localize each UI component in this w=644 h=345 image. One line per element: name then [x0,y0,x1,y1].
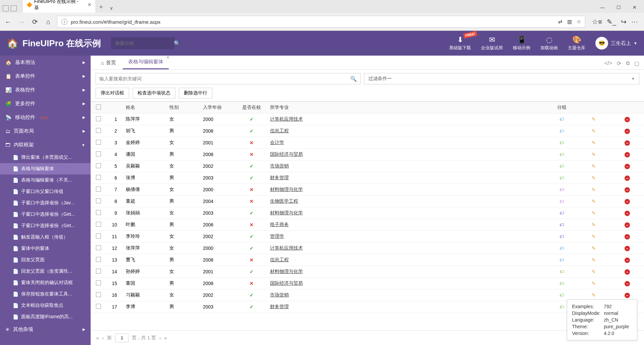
pager-prev[interactable]: ‹ [102,335,104,341]
edit-icon[interactable]: ✎ [592,257,596,263]
sidebar-item[interactable]: 📡 移动控件 Corp ▶ [0,111,91,124]
delete-icon[interactable]: – [625,164,630,169]
sidebar-subitem[interactable]: 📄回发父页面 [0,254,91,266]
sidebar-subitem[interactable]: 📄面板高度随IFrame的高... [0,311,91,323]
tag-icon[interactable]: 🏷 [559,257,564,263]
row-checkbox[interactable] [96,116,101,121]
edit-icon[interactable]: ✎ [592,281,596,286]
refresh-icon[interactable]: ⟳ [617,60,621,67]
delete-icon[interactable]: – [625,234,630,239]
tag-icon[interactable]: 🏷 [559,187,564,192]
tag-icon[interactable]: 🏷 [559,234,564,239]
major-link[interactable]: 信息工程 [270,257,289,262]
btn-check-status[interactable]: 检查选中项状态 [132,88,175,98]
major-link[interactable]: 市场营销 [270,292,289,297]
edit-icon[interactable]: ✎ [592,163,596,169]
tag-icon[interactable]: 🏷 [559,210,564,216]
major-link[interactable]: 计算机应用技术 [270,245,303,251]
nav-loading[interactable]: ◌ 加载动画 [540,36,558,51]
major-link[interactable]: 财务管理 [270,304,289,309]
tag-icon[interactable]: 🏷 [559,246,564,251]
tag-icon[interactable]: 🏷 [559,163,564,169]
sidebar-subitem[interactable]: 📄触发器输入框（传值） [0,231,91,243]
tag-icon[interactable]: 🏷 [559,222,564,227]
brand[interactable]: 🏠 FineUIPro 在线示例 [7,38,101,49]
col-gender[interactable]: 性别 [166,102,200,114]
btn-delete-selected[interactable]: 删除选中行 [179,88,212,98]
table-row[interactable]: 13 曹飞 男 2008 ✕ 信息工程 🏷 ✎ – [91,254,644,266]
close-window-button[interactable]: ✕ [627,2,643,13]
btn-popup[interactable]: 弹出对话框 [96,88,129,98]
major-link[interactable]: 财务管理 [270,175,289,180]
delete-icon[interactable]: – [625,187,630,193]
row-checkbox[interactable] [96,304,101,309]
maximize-icon[interactable]: ▢ [634,60,639,67]
more-icon[interactable]: ⋯ [631,18,638,26]
major-link[interactable]: 国际经济与贸易 [270,280,303,286]
delete-icon[interactable]: – [625,258,630,263]
edit-icon[interactable]: ✎ [592,152,596,157]
table-row[interactable]: 16 习颖颖 女 2002 ✓ 市场营销 🏷 ✎ – [91,289,644,301]
refresh-button[interactable]: ⟳ [30,17,40,26]
search-icon[interactable]: 🔍 [174,40,180,47]
tag-icon[interactable]: 🏷 [559,152,564,157]
row-checkbox[interactable] [96,257,101,262]
close-icon[interactable]: ✕ [166,55,169,60]
table-row[interactable]: 4 潘国 男 2008 ✕ 国际经济与贸易 🏷 ✎ – [91,149,644,160]
code-icon[interactable]: </> [604,60,612,67]
table-row[interactable]: 5 吴颖颖 女 2002 ✓ 市场营销 🏷 ✎ – [91,160,644,172]
row-checkbox[interactable] [96,198,101,203]
table-row[interactable]: 12 张萍萍 女 2000 ✓ 计算机应用技术 🏷 ✎ – [91,243,644,254]
minimize-button[interactable]: — [594,2,610,13]
pager-page-input[interactable] [115,334,128,342]
delete-icon[interactable]: – [625,176,630,181]
col-name[interactable]: 姓名 [122,102,166,114]
row-checkbox[interactable] [96,128,101,133]
edit-icon[interactable]: ✎ [592,269,596,274]
close-icon[interactable]: ✕ [88,2,92,7]
major-link[interactable]: 材料物理与化学 [270,187,303,192]
delete-icon[interactable]: – [625,199,630,204]
tag-icon[interactable]: 🏷 [559,269,564,274]
tab-home[interactable]: ⌂ 首页 [96,56,121,69]
table-row[interactable]: 2 胡飞 男 2008 ✓ 信息工程 🏷 ✎ – [91,125,644,137]
sidebar-item[interactable]: 🧩 更多控件 ▶ [0,97,91,111]
back-button[interactable]: ← [3,17,13,26]
sidebar-item[interactable]: 📋 表单控件 ▶ [0,69,91,83]
row-checkbox[interactable] [96,245,101,250]
sidebar-subitem[interactable]: 📄弹出窗体（本页面或父... [0,152,91,163]
major-link[interactable]: 材料物理与化学 [270,210,303,215]
table-row[interactable]: 14 孙婷婷 女 2001 ✓ 材料物理与化学 🏷 ✎ – [91,266,644,278]
row-checkbox[interactable] [96,175,101,180]
sidebar-subitem[interactable]: 📄子窗口中选择省份（Get... [0,220,91,231]
table-row[interactable]: 1 陈萍萍 女 2000 ✓ 计算机应用技术 🏷 ✎ – [91,114,644,125]
favorites-hub-icon[interactable]: ☆≡ [592,18,602,26]
filter-dropdown[interactable]: 过滤条件一 ▼ [364,73,639,84]
new-tab-button[interactable]: + [96,2,106,13]
tag-icon[interactable]: 🏷 [559,292,564,298]
user-menu[interactable]: 😎 三生石上 ▼ [595,37,637,50]
edit-icon[interactable]: ✎ [592,222,596,227]
delete-icon[interactable]: – [625,293,630,298]
edit-icon[interactable]: ✎ [592,292,596,298]
major-link[interactable]: 材料物理与化学 [270,269,303,274]
nav-enterprise[interactable]: ✉ 企业版试用 [481,36,503,51]
table-row[interactable]: 8 董超 男 2004 ✕ 生物医学工程 🏷 ✎ – [91,196,644,207]
grid-search-input[interactable] [99,76,350,81]
search-input[interactable] [115,41,174,46]
share-icon[interactable]: ↪ [621,18,627,26]
tag-icon[interactable]: 🏷 [559,281,564,286]
sidebar-subitem[interactable]: 📄窗体关闭前的确认对话框 [0,277,91,288]
row-checkbox[interactable] [96,187,101,192]
translate-icon[interactable]: ⇄ [558,19,562,25]
notes-icon[interactable]: ✎_ [607,18,616,26]
sidebar-item[interactable]: 🏠 基本用法 ▶ [0,56,91,69]
delete-icon[interactable]: – [625,222,630,228]
delete-icon[interactable]: – [625,117,630,122]
col-year[interactable]: 入学年份 [200,102,236,114]
table-row[interactable]: 3 金婷婷 女 2001 ✕ 会计学 🏷 ✎ – [91,137,644,149]
nav-mobile[interactable]: 📱 移动示例 [513,36,530,51]
checkbox-all[interactable] [96,105,101,110]
pager-last[interactable]: » [164,335,167,341]
sidebar-subitem[interactable]: 📄子窗口中选择省份（Get... [0,209,91,220]
